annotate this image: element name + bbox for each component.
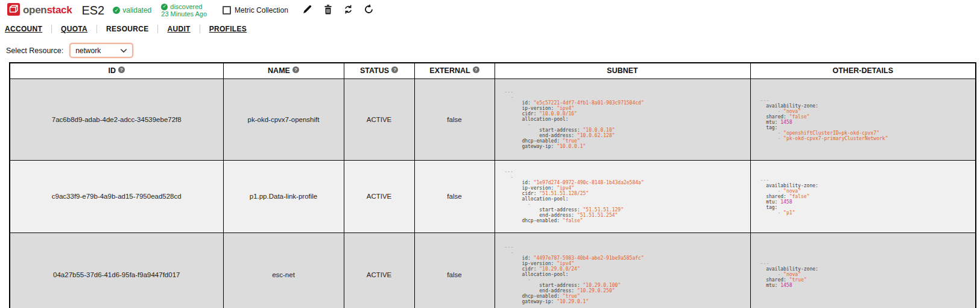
openstack-wordmark: openstack — [23, 4, 72, 16]
edit-icon — [302, 4, 312, 16]
cell-name: esc-net — [223, 233, 344, 308]
help-icon[interactable]: ? — [473, 66, 479, 73]
tab-quota[interactable]: QUOTA — [51, 25, 96, 33]
column-header-external: EXTERNAL? — [414, 63, 495, 79]
column-label: EXTERNAL — [429, 66, 470, 75]
cell-id: 7ac6b8d9-adab-4de2-adcc-34539ebe72f8 — [10, 79, 223, 160]
tab-bar: ACCOUNTQUOTARESOURCEAUDITPROFILES — [0, 23, 980, 35]
tab-resource[interactable]: RESOURCE — [96, 25, 157, 33]
openstack-logo: openstack — [7, 3, 72, 18]
discovered-time: 23 Minutes Ago — [161, 10, 207, 18]
column-header-subnet: SUBNET — [495, 63, 750, 79]
sync-button[interactable] — [343, 4, 355, 16]
cell-subnet: --- - id: "e5c57221-4df7-4fb1-8a01-903c9… — [495, 79, 750, 160]
resource-selector-row: Select Resource: network — [6, 43, 980, 58]
help-icon[interactable]: ? — [118, 66, 125, 73]
cell-external: false — [414, 160, 495, 233]
delete-button[interactable] — [322, 4, 334, 16]
metric-collection-label: Metric Collection — [235, 6, 288, 14]
column-label: ID — [109, 66, 116, 75]
metric-collection-checkbox[interactable] — [223, 6, 231, 14]
action-icons — [302, 4, 375, 16]
resource-select-value: network — [75, 47, 101, 55]
discovered-label: discovered — [170, 3, 202, 10]
cell-external: false — [414, 79, 495, 160]
metric-collection-toggle[interactable]: Metric Collection — [223, 6, 288, 14]
subnet-yaml: --- - id: "4497e787-5983-40b4-abe2-91be9… — [505, 245, 750, 304]
validated-badge: ✓ validated — [113, 6, 151, 14]
table-row: 04a27b55-37d6-41d6-95fa-f9a9447fd017esc-… — [10, 233, 976, 308]
page-title: ES2 — [81, 4, 104, 18]
table-header-row: ID?NAME?STATUS?EXTERNAL?SUBNETOTHER-DETA… — [10, 63, 976, 79]
cell-status: ACTIVE — [344, 79, 414, 160]
cell-other-details: --- availability-zone: - "nova" shared: … — [750, 160, 976, 233]
table-row: 7ac6b8d9-adab-4de2-adcc-34539ebe72f8pk-o… — [10, 79, 976, 160]
table-row: c9ac33f9-e79b-4a9b-ad15-7950ead528cdp1.p… — [10, 160, 976, 233]
tab-account[interactable]: ACCOUNT — [0, 25, 51, 33]
resource-table-wrap: ID?NAME?STATUS?EXTERNAL?SUBNETOTHER-DETA… — [9, 62, 980, 308]
cell-status: ACTIVE — [344, 233, 414, 308]
check-icon: ✓ — [113, 7, 120, 14]
cell-status: ACTIVE — [344, 160, 414, 233]
other-details-yaml: --- availability-zone: - "nova" shared: … — [760, 98, 976, 141]
resource-table: ID?NAME?STATUS?EXTERNAL?SUBNETOTHER-DETA… — [9, 62, 976, 308]
subnet-yaml: --- - id: "e5c57221-4df7-4fb1-8a01-903c9… — [505, 89, 750, 149]
column-header-status: STATUS? — [344, 63, 414, 79]
cell-id: 04a27b55-37d6-41d6-95fa-f9a9447fd017 — [10, 233, 223, 308]
help-icon[interactable]: ? — [391, 66, 398, 73]
tab-audit[interactable]: AUDIT — [157, 25, 199, 33]
column-label: SUBNET — [607, 66, 637, 75]
tab-profiles[interactable]: PROFILES — [200, 25, 256, 33]
edit-button[interactable] — [302, 4, 314, 16]
trash-icon — [323, 4, 333, 16]
check-icon: ✓ — [161, 4, 168, 10]
column-label: OTHER-DETAILS — [833, 66, 893, 75]
cell-subnet: --- - id: "4497e787-5983-40b4-abe2-91be9… — [495, 233, 750, 308]
column-header-name: NAME? — [223, 63, 344, 79]
page: openstack ES2 ✓ validated ✓ discovered 2… — [0, 0, 980, 308]
help-icon[interactable]: ? — [292, 66, 299, 73]
cell-other-details: --- availability-zone: - "nova" shared: … — [750, 233, 976, 308]
column-label: STATUS — [360, 66, 389, 75]
column-label: NAME — [268, 66, 290, 75]
cell-name: pk-okd-cpvx7-openshift — [223, 79, 344, 160]
refresh-button[interactable] — [363, 4, 375, 16]
refresh-icon — [364, 4, 374, 16]
table-body: 7ac6b8d9-adab-4de2-adcc-34539ebe72f8pk-o… — [10, 79, 976, 308]
discovered-badge: ✓ discovered 23 Minutes Ago — [161, 3, 207, 18]
validated-label: validated — [122, 6, 151, 14]
sync-icon — [343, 4, 353, 16]
select-resource-label: Select Resource: — [6, 47, 63, 55]
cell-subnet: --- - id: "1e97d274-0972-490c-8148-1b43d… — [495, 160, 750, 233]
cell-external: false — [414, 233, 495, 308]
subnet-yaml: --- - id: "1e97d274-0972-490c-8148-1b43d… — [505, 169, 750, 223]
cell-id: c9ac33f9-e79b-4a9b-ad15-7950ead528cd — [10, 160, 223, 233]
cell-other-details: --- availability-zone: - "nova" shared: … — [750, 79, 976, 160]
other-details-yaml: --- availability-zone: - "nova" shared: … — [760, 178, 976, 216]
column-header-id: ID? — [10, 63, 223, 79]
openstack-logo-icon — [7, 3, 20, 18]
cell-name: p1.pp.Data-link-profile — [223, 160, 344, 233]
resource-select[interactable]: network — [69, 43, 133, 58]
other-details-yaml: --- availability-zone: - "nova" shared: … — [760, 261, 976, 288]
column-header-other-details: OTHER-DETAILS — [750, 63, 976, 79]
topbar: openstack ES2 ✓ validated ✓ discovered 2… — [0, 0, 980, 19]
chevron-down-icon — [120, 47, 127, 55]
